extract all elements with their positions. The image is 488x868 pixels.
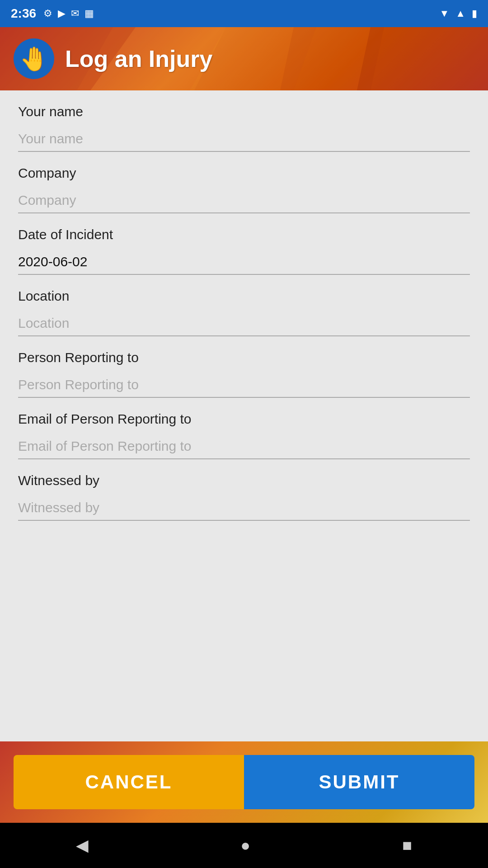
button-bar: CANCEL SUBMIT (0, 741, 488, 823)
form-area: Your nameCompanyDate of IncidentLocation… (0, 90, 488, 741)
header: 🤚 Log an Injury (0, 27, 488, 90)
field-group-location: Location (18, 288, 470, 336)
label-location: Location (18, 288, 470, 304)
status-bar: 2:36 ⚙ ▶ ✉ ▦ ▼ ▲ ▮ (0, 0, 488, 27)
field-group-company: Company (18, 165, 470, 213)
nav-bar: ◀ ● ■ (0, 823, 488, 868)
label-person-reporting-to: Person Reporting to (18, 350, 470, 365)
status-icons: ⚙ ▶ ✉ ▦ (43, 8, 94, 19)
label-your-name: Your name (18, 104, 470, 119)
status-time: 2:36 (11, 6, 36, 21)
label-email-person-reporting: Email of Person Reporting to (18, 411, 470, 427)
settings-icon: ⚙ (43, 8, 52, 19)
clipboard-icon: ▦ (84, 8, 94, 19)
input-company[interactable] (18, 188, 470, 213)
input-location[interactable] (18, 311, 470, 336)
input-witnessed-by[interactable] (18, 495, 470, 521)
submit-button[interactable]: SUBMIT (244, 755, 474, 809)
label-company: Company (18, 165, 470, 181)
recent-button[interactable]: ■ (402, 836, 412, 855)
play-icon: ▶ (58, 8, 66, 19)
field-group-date-of-incident: Date of Incident (18, 227, 470, 275)
wifi-icon: ▼ (439, 8, 449, 19)
input-your-name[interactable] (18, 127, 470, 152)
label-date-of-incident: Date of Incident (18, 227, 470, 242)
field-group-your-name: Your name (18, 104, 470, 152)
label-witnessed-by: Witnessed by (18, 473, 470, 488)
signal-icon: ▲ (455, 8, 465, 19)
input-email-person-reporting[interactable] (18, 434, 470, 459)
back-button[interactable]: ◀ (76, 836, 89, 855)
app-logo: 🤚 (14, 38, 54, 79)
status-left: 2:36 ⚙ ▶ ✉ ▦ (11, 6, 94, 21)
input-person-reporting-to[interactable] (18, 373, 470, 398)
field-group-person-reporting-to: Person Reporting to (18, 350, 470, 398)
field-group-email-person-reporting: Email of Person Reporting to (18, 411, 470, 459)
status-right: ▼ ▲ ▮ (439, 8, 477, 19)
input-date-of-incident[interactable] (18, 250, 470, 275)
battery-icon: ▮ (472, 8, 477, 19)
home-button[interactable]: ● (240, 836, 250, 855)
mail-icon: ✉ (71, 8, 79, 19)
svg-marker-4 (357, 27, 488, 90)
page-title: Log an Injury (65, 45, 212, 72)
cancel-button[interactable]: CANCEL (14, 755, 244, 809)
hand-icon: 🤚 (19, 45, 49, 73)
field-group-witnessed-by: Witnessed by (18, 473, 470, 521)
